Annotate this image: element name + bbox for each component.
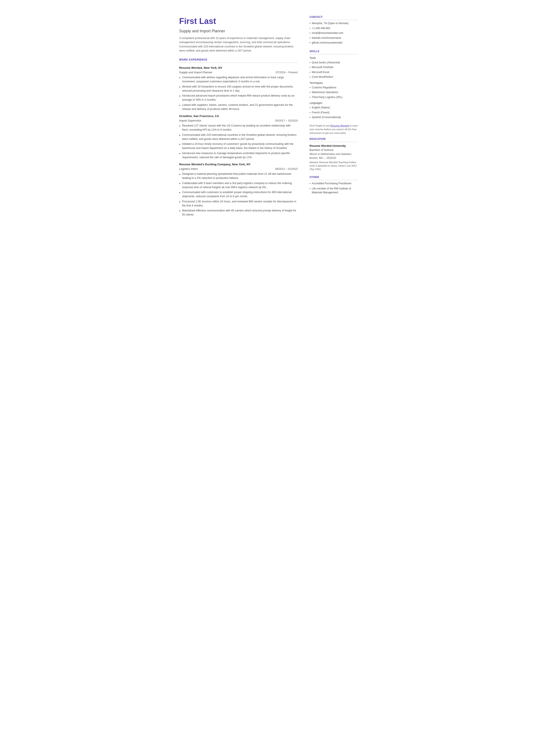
other-section: OTHER Accredited Purchasing Practitioner… [310, 175, 358, 195]
company-1-name: Resume Worded, New York, NY [179, 66, 298, 70]
contact-item-linkedin: linkedin.com/in/username [310, 36, 358, 40]
contact-item-phone: +1-345-456-902 [310, 26, 358, 31]
bullet-dot: • [179, 133, 181, 138]
languages-label: Languages [310, 101, 358, 105]
work-experience-heading: WORK EXPERIENCE [179, 58, 298, 63]
bullet-dot: • [179, 142, 181, 147]
other-list: Accredited Purchasing Practitioner. Life… [310, 182, 358, 195]
contact-item-github: github.com/resumeworded [310, 41, 358, 45]
bullet-dot: • [179, 151, 181, 156]
bullet-dot: • [179, 199, 181, 205]
job-3: Resume Worded's Exciting Company, New Yo… [179, 162, 298, 217]
edu-awards: Awards: Resume Worded Teaching Fellow (o… [310, 160, 358, 171]
full-name: First Last [179, 15, 298, 27]
bullet-1-2: •Worked with 16 forwarders to ensure 150… [179, 85, 298, 93]
bullet-dot: • [179, 94, 181, 99]
bullet-3-1: •Designed a material planning spreadshee… [179, 172, 298, 180]
bullet-dot: • [179, 124, 181, 129]
position-1: Supply and Import Planner [179, 70, 212, 74]
techniques-list: Customs Regulations Warehouse Operations… [310, 86, 358, 99]
job-title: Supply and Import Planner [179, 28, 298, 34]
skills-section: SKILLS Tools: Quick books (Advanced) Mic… [310, 49, 358, 120]
other-item-1: Accredited Purchasing Practitioner. [310, 182, 358, 186]
bullet-1-3: •Introduced advanced import procedures w… [179, 94, 298, 102]
job-1: Resume Worded, New York, NY Supply and I… [179, 66, 298, 111]
bullets-1: •Communicated with airlines regarding de… [179, 75, 298, 111]
bullet-dot: • [179, 209, 181, 213]
bullet-3-5: •Maintained effective communication with… [179, 209, 298, 217]
bullet-dot: • [179, 75, 181, 80]
work-experience-section: WORK EXPERIENCE Resume Worded, New York,… [179, 58, 298, 217]
language-2: French (Fluent) [310, 111, 358, 115]
bullet-dot: • [179, 190, 181, 195]
technique-3: Third-Party Logistics (3PL) [310, 95, 358, 99]
bullet-dot: • [179, 172, 181, 177]
technique-1: Customs Regulations [310, 86, 358, 90]
company-2-name: Growthsi, San Francisco, CA [179, 114, 298, 118]
techniques-label: Techniques: [310, 81, 358, 85]
other-item-2: Life member of the RW Institute of Mater… [310, 187, 358, 194]
language-3: Spanish (Conversational) [310, 115, 358, 120]
edu-location: Boston, MA — 05/2010 [310, 156, 358, 160]
minor: Minors in Mathematics and Statistics [310, 152, 358, 156]
promo-link[interactable]: Resume Worded [330, 124, 349, 127]
bullets-2: •Resolved 127 clients' issues with the U… [179, 124, 298, 159]
bullet-dot: • [179, 84, 181, 90]
promo-box: Don't forget to use Resume Worded to sca… [310, 124, 358, 135]
position-3: Logistics Intern [179, 167, 198, 171]
bullet-1-4: •Liaised with suppliers, banks, carriers… [179, 103, 298, 111]
company-3-name: Resume Worded's Exciting Company, New Yo… [179, 162, 298, 167]
job-2-row: Import Supervisor 05/2017 – 10/2019 [179, 119, 298, 123]
tool-1: Quick books (Advanced) [310, 61, 358, 65]
bullet-3-2: •Collaborated with 5 team members and a … [179, 181, 298, 189]
left-column: First Last Supply and Import Planner A c… [171, 9, 304, 265]
bullet-2-4: •Introduced new measures to manage tempe… [179, 151, 298, 159]
position-2: Import Supervisor [179, 119, 202, 123]
tool-2: Microsoft OneNote [310, 65, 358, 70]
promo-text-before: Don't forget to use [310, 124, 330, 127]
other-heading: OTHER [310, 175, 358, 180]
contact-heading: CONTACT [310, 15, 358, 20]
dates-3: 08/2012 – 01/2015 [275, 167, 297, 171]
bullets-3: •Designed a material planning spreadshee… [179, 172, 298, 217]
tool-3: Microsoft Excel [310, 70, 358, 74]
bullet-2-2: •Communicated with 220 international cou… [179, 133, 298, 141]
tool-4: Corel WordPerfect [310, 75, 358, 79]
bullet-dot: • [179, 103, 181, 108]
dates-2: 05/2017 – 10/2019 [275, 119, 297, 123]
contact-list: Memphis, TN (Open to Remote) +1-345-456-… [310, 21, 358, 45]
job-3-row: Logistics Intern 08/2012 – 01/2015 [179, 167, 298, 171]
technique-2: Warehouse Operations [310, 90, 358, 95]
bullet-2-3: •Initiated a 24-hour timely recovery of … [179, 142, 298, 150]
right-column: CONTACT Memphis, TN (Open to Remote) +1-… [304, 9, 365, 265]
language-1: English (Native) [310, 106, 358, 110]
skills-heading: SKILLS [310, 49, 358, 54]
bullet-dot: • [179, 181, 181, 186]
tools-label: Tools: [310, 56, 358, 60]
degree: Bachelor of Science [310, 148, 358, 152]
university-name: Resume Worded University [310, 144, 358, 148]
bullet-1-1: •Communicated with airlines regarding de… [179, 75, 298, 84]
bullet-2-1: •Resolved 127 clients' issues with the U… [179, 124, 298, 132]
contact-item-location: Memphis, TN (Open to Remote) [310, 21, 358, 26]
bullet-3-3: •Communicated with customers to establis… [179, 190, 298, 199]
education-heading: EDUCATION [310, 137, 358, 142]
tools-list: Quick books (Advanced) Microsoft OneNote… [310, 61, 358, 79]
job-1-row: Supply and Import Planner 07/2019 – Pres… [179, 70, 298, 74]
contact-section: CONTACT Memphis, TN (Open to Remote) +1-… [310, 15, 358, 45]
education-section: EDUCATION Resume Worded University Bache… [310, 137, 358, 171]
job-2: Growthsi, San Francisco, CA Import Super… [179, 114, 298, 159]
bullet-3-4: •Processed 1.5K invoices within 24 hours… [179, 200, 298, 208]
contact-item-email: email@resumeworded.com [310, 31, 358, 35]
dates-1: 07/2019 – Present [276, 70, 297, 74]
languages-list: English (Native) French (Fluent) Spanish… [310, 106, 358, 120]
summary-text: A competent professional with 10 years o… [179, 36, 298, 53]
